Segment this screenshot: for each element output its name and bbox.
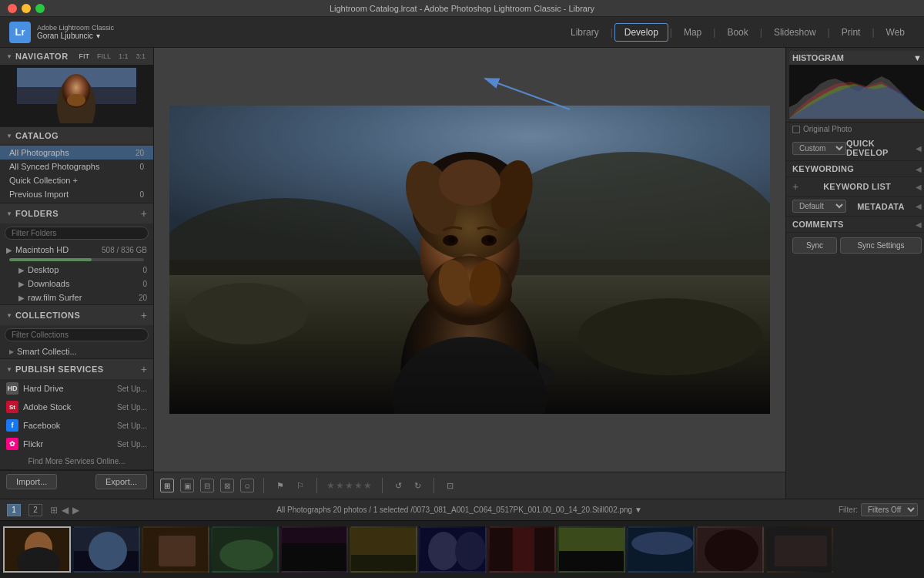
- catalog-header[interactable]: ▼ Catalog: [0, 127, 153, 144]
- keyword-list-row[interactable]: + Keyword List ◀: [786, 177, 924, 197]
- grid-view-button[interactable]: ⊞: [160, 479, 174, 492]
- sync-button[interactable]: Sync: [792, 237, 837, 254]
- quick-develop-row[interactable]: Custom Quick Develop ◀: [786, 136, 924, 161]
- page-1[interactable]: 1: [7, 504, 21, 516]
- export-button[interactable]: Export...: [95, 474, 147, 489]
- maximize-button[interactable]: [35, 4, 45, 13]
- unflag-button[interactable]: ⚐: [293, 479, 307, 492]
- crop-button[interactable]: ⊡: [444, 479, 457, 492]
- hard-drive-icon: HD: [6, 382, 18, 395]
- original-photo-checkbox[interactable]: [792, 126, 800, 133]
- filmstrip-thumb-11[interactable]: [696, 526, 764, 573]
- preset-select[interactable]: Custom: [792, 142, 846, 155]
- catalog-previous-import[interactable]: Previous Import 0: [0, 187, 153, 201]
- filmstrip-thumb-1[interactable]: [3, 526, 71, 573]
- flickr-setup[interactable]: Set Up...: [117, 440, 147, 449]
- filmstrip-thumb-6[interactable]: [350, 526, 417, 573]
- nav-fill-btn[interactable]: FILL: [95, 52, 112, 61]
- publish-flickr[interactable]: ✿ Flickr Set Up...: [0, 435, 153, 453]
- folder-rawfilm[interactable]: ▶ raw.film Surfer 20: [0, 291, 153, 304]
- nav-print[interactable]: Print: [832, 23, 871, 42]
- folder-drive[interactable]: ▶ Macintosh HD 508 / 836 GB: [0, 243, 153, 257]
- folder-downloads[interactable]: ▶ Downloads 0: [0, 277, 153, 291]
- keyword-list-plus-icon[interactable]: +: [792, 180, 798, 193]
- navigator-preview[interactable]: [0, 65, 153, 126]
- collection-search-input[interactable]: [5, 328, 149, 341]
- filmstrip-thumb-3[interactable]: [142, 526, 209, 573]
- nav-develop[interactable]: Develop: [614, 23, 668, 42]
- nav-slideshow[interactable]: Slideshow: [764, 23, 826, 42]
- loupe-view-button[interactable]: ▣: [180, 479, 194, 492]
- comments-row[interactable]: Comments ◀: [786, 217, 924, 233]
- photo-container[interactable]: [154, 48, 785, 472]
- filmstrip-thumb-8[interactable]: [488, 526, 556, 573]
- catalog-quick-collection[interactable]: Quick Collection +: [0, 173, 153, 187]
- grid-small-icon[interactable]: ⊞: [49, 504, 59, 516]
- compare-view-button[interactable]: ⊟: [200, 479, 214, 492]
- nav-map[interactable]: Map: [674, 23, 711, 42]
- svg-point-54: [455, 532, 486, 570]
- navigator-header[interactable]: ▼ Navigator FIT FILL 1:1 3:1: [0, 48, 153, 65]
- histogram-header[interactable]: Histogram ▼: [789, 51, 924, 65]
- publish-facebook[interactable]: f Facebook Set Up...: [0, 416, 153, 435]
- adobe-stock-setup[interactable]: Set Up...: [117, 403, 147, 412]
- hard-drive-setup[interactable]: Set Up...: [117, 385, 147, 393]
- filmstrip-thumb-2[interactable]: [72, 526, 140, 573]
- sync-settings-button[interactable]: Sync Settings: [840, 237, 922, 254]
- nav-web[interactable]: Web: [876, 23, 915, 42]
- filmstrip-thumb-10[interactable]: [627, 526, 695, 573]
- collections-add-button[interactable]: +: [141, 309, 147, 321]
- filmstrip-thumb-4[interactable]: [211, 526, 279, 573]
- rotate-left-button[interactable]: ↺: [392, 479, 405, 492]
- survey-view-button[interactable]: ⊠: [220, 479, 234, 492]
- folder-desktop[interactable]: ▶ Desktop 0: [0, 263, 153, 277]
- next-icon[interactable]: ▶: [72, 504, 80, 516]
- publish-label: Publish Services: [15, 365, 104, 374]
- people-view-button[interactable]: ☺: [240, 479, 254, 492]
- folder-search-input[interactable]: [5, 227, 149, 240]
- main-photo: [169, 106, 770, 414]
- filmstrip-thumb-9[interactable]: [557, 526, 625, 573]
- find-more-services[interactable]: Find More Services Online...: [0, 453, 153, 469]
- nav-1-1-btn[interactable]: 1:1: [117, 52, 130, 61]
- app-logo: Lr: [9, 22, 31, 43]
- publish-adobe-stock[interactable]: St Adobe Stock Set Up...: [0, 398, 153, 416]
- folders-header[interactable]: ▼ Folders +: [0, 203, 153, 223]
- window-controls[interactable]: [8, 4, 45, 13]
- histogram-panel: Histogram ▼: [786, 48, 924, 123]
- publish-hard-drive[interactable]: HD Hard Drive Set Up...: [0, 379, 153, 398]
- filmstrip-thumb-7[interactable]: [419, 526, 487, 573]
- minimize-button[interactable]: [22, 4, 31, 13]
- nav-zoom-btn[interactable]: 3:1: [134, 52, 147, 61]
- svg-rect-49: [282, 543, 348, 573]
- publish-add-button[interactable]: +: [141, 363, 147, 375]
- catalog-all-photos[interactable]: All Photographs 20: [0, 146, 153, 160]
- folders-add-button[interactable]: +: [141, 207, 147, 220]
- import-button[interactable]: Import...: [6, 474, 57, 489]
- keywording-row[interactable]: Keywording ◀: [786, 161, 924, 177]
- comments-chevron-icon: ◀: [916, 220, 922, 229]
- filmstrip-thumb-12[interactable]: [765, 526, 833, 573]
- nav-book[interactable]: Book: [717, 23, 758, 42]
- page-2[interactable]: 2: [28, 504, 42, 516]
- nav-library[interactable]: Library: [561, 23, 609, 42]
- prev-icon[interactable]: ◀: [61, 504, 69, 516]
- collection-smart[interactable]: ▶ Smart Collecti...: [0, 344, 153, 358]
- rotate-right-button[interactable]: ↻: [411, 479, 424, 492]
- histogram-chart: [789, 65, 924, 119]
- collections-header[interactable]: ▼ Collections +: [0, 305, 153, 325]
- app-user-label[interactable]: Goran Ljubuncic ▾: [37, 32, 114, 40]
- collection-name: Smart Collecti...: [17, 347, 77, 356]
- filmstrip-thumb-5[interactable]: [280, 526, 348, 573]
- nav-fit-btn[interactable]: FIT: [77, 52, 91, 61]
- star-rating[interactable]: ★★★★★: [326, 480, 373, 491]
- facebook-setup[interactable]: Set Up...: [117, 422, 147, 430]
- publish-services-header[interactable]: ▼ Publish Services +: [0, 359, 153, 379]
- catalog-synced-photos[interactable]: All Synced Photographs 0: [0, 160, 153, 173]
- collection-search-container: [0, 325, 153, 344]
- close-button[interactable]: [8, 4, 17, 13]
- flag-button[interactable]: ⚑: [273, 479, 287, 492]
- metadata-select[interactable]: Default: [792, 200, 846, 213]
- filter-select[interactable]: Filters Off: [861, 503, 918, 516]
- metadata-row[interactable]: Default Metadata ◀: [786, 197, 924, 217]
